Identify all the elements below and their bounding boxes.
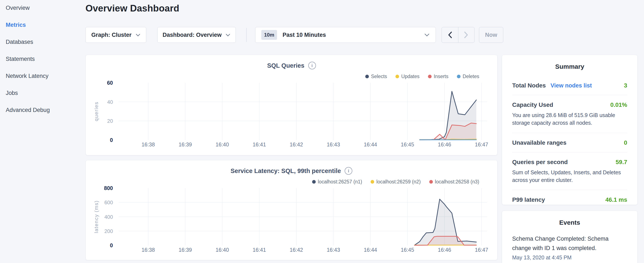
time-window-label: Past 10 Minutes xyxy=(282,32,424,38)
series-color-dot xyxy=(396,75,399,78)
svg-text:40: 40 xyxy=(107,99,113,105)
summary-row-value: 0 xyxy=(624,139,627,146)
sidebar-item-databases[interactable]: Databases xyxy=(6,39,82,45)
view-nodes-list-link[interactable]: View nodes list xyxy=(550,82,592,89)
chevron-down-icon xyxy=(225,34,230,37)
sidebar-item-overview[interactable]: Overview xyxy=(6,5,82,11)
legend-item: Updates xyxy=(396,74,420,79)
events-title: Events xyxy=(512,211,627,226)
summary-panel: Summary Total Nodes View nodes list 3 Ca… xyxy=(502,55,638,205)
sidebar-item-statements[interactable]: Statements xyxy=(6,56,82,62)
svg-text:16:41: 16:41 xyxy=(252,247,266,253)
time-step-back-button[interactable] xyxy=(442,27,458,43)
events-panel: Events Schema Change Completed: Schema c… xyxy=(502,211,638,263)
legend-item: localhost:26259 (n2) xyxy=(370,179,420,185)
series-color-dot xyxy=(428,75,432,78)
event-item-text[interactable]: Schema Change Completed: Schema change w… xyxy=(512,234,627,253)
svg-text:16:44: 16:44 xyxy=(364,247,377,253)
summary-row-label: Unavailable ranges xyxy=(512,139,566,146)
chart-title: SQL Queries xyxy=(267,62,304,69)
metrics-page: { "sidebar": { "items": [ { "label": "Ov… xyxy=(0,0,644,263)
svg-text:16:46: 16:46 xyxy=(438,247,451,253)
svg-text:16:39: 16:39 xyxy=(178,141,192,147)
svg-text:latency (ms): latency (ms) xyxy=(93,200,99,233)
summary-row-value: 3 xyxy=(624,82,627,89)
series-color-dot xyxy=(429,180,433,184)
svg-text:200: 200 xyxy=(104,228,113,234)
summary-row-label: P99 latency xyxy=(512,196,545,203)
info-icon[interactable]: i xyxy=(308,62,316,69)
svg-text:16:39: 16:39 xyxy=(178,247,192,253)
dashboard-select-dropdown[interactable]: Dashboard: Overview xyxy=(157,27,236,43)
summary-row-value: 46.1 ms xyxy=(605,196,627,203)
svg-text:16:43: 16:43 xyxy=(327,247,340,253)
svg-text:16:42: 16:42 xyxy=(290,141,303,147)
sql-queries-chart-card: SQL Queries i Selects Updates Inserts De… xyxy=(86,55,498,155)
svg-text:16:42: 16:42 xyxy=(290,247,303,253)
svg-text:800: 800 xyxy=(104,186,113,191)
service-latency-chart-card: Service Latency: SQL, 99th percentile i … xyxy=(86,160,498,260)
series-color-dot xyxy=(457,75,460,78)
legend-item: localhost:26257 (n1) xyxy=(312,179,362,185)
controls-row: Graph: Cluster Dashboard: Overview 10m P… xyxy=(86,27,498,43)
summary-title: Summary xyxy=(512,55,627,70)
svg-text:600: 600 xyxy=(104,200,113,205)
chart-legend: localhost:26257 (n1) localhost:26259 (n2… xyxy=(312,179,479,185)
chevron-down-icon xyxy=(136,34,140,37)
series-color-dot xyxy=(365,75,369,78)
chevron-down-icon xyxy=(424,33,430,37)
svg-text:0: 0 xyxy=(110,137,113,143)
page-title: Overview Dashboard xyxy=(86,3,498,14)
graph-select-label: Graph: Cluster xyxy=(91,32,132,38)
legend-item: Selects xyxy=(365,74,387,79)
event-item-timestamp: May 13, 2020 at 4:45 PM xyxy=(512,254,627,261)
summary-row-p99-latency: P99 latency 46.1 ms xyxy=(512,190,627,209)
svg-text:16:41: 16:41 xyxy=(252,141,266,147)
svg-text:16:38: 16:38 xyxy=(142,247,155,253)
legend-item: localhost:26258 (n3) xyxy=(429,179,479,185)
summary-row-description: Sum of Selects, Updates, Inserts, and De… xyxy=(512,168,627,184)
svg-text:16:40: 16:40 xyxy=(216,141,229,147)
svg-text:queries: queries xyxy=(93,102,99,121)
summary-row-total-nodes: Total Nodes View nodes list 3 xyxy=(512,76,627,95)
svg-text:0: 0 xyxy=(110,242,113,248)
summary-row-label: Capacity Used xyxy=(512,102,553,108)
summary-row-unavailable-ranges: Unavailable ranges 0 xyxy=(512,133,627,152)
graph-select-dropdown[interactable]: Graph: Cluster xyxy=(86,27,146,43)
time-step-buttons xyxy=(442,27,474,43)
summary-row-queries-per-second: Queries per second 59.7 Sum of Selects, … xyxy=(512,152,627,190)
chart-legend: Selects Updates Inserts Deletes xyxy=(365,74,479,79)
legend-item: Inserts xyxy=(428,74,448,79)
time-window-badge: 10m xyxy=(261,30,277,40)
svg-text:16:45: 16:45 xyxy=(401,247,414,253)
summary-row-label: Total Nodes xyxy=(512,82,546,89)
svg-text:16:38: 16:38 xyxy=(142,141,155,147)
now-button[interactable]: Now xyxy=(479,27,503,43)
sidebar: Overview Metrics Databases Statements Ne… xyxy=(6,5,82,124)
svg-text:16:43: 16:43 xyxy=(327,141,340,147)
sidebar-item-advanced-debug[interactable]: Advanced Debug xyxy=(6,107,82,113)
time-step-forward-button[interactable] xyxy=(458,27,474,43)
svg-text:16:47: 16:47 xyxy=(475,141,488,147)
svg-text:16:47: 16:47 xyxy=(475,247,488,253)
service-latency-plot[interactable]: 16:3816:3916:4016:4116:4216:4316:4416:45… xyxy=(86,186,498,261)
chart-title: Service Latency: SQL, 99th percentile xyxy=(231,167,341,174)
chevron-right-icon xyxy=(464,31,468,39)
series-color-dot xyxy=(370,180,374,184)
info-icon[interactable]: i xyxy=(345,167,352,175)
sidebar-item-jobs[interactable]: Jobs xyxy=(6,90,82,96)
controls-divider xyxy=(246,28,247,42)
sql-queries-plot[interactable]: 16:3816:3916:4016:4116:4216:4316:4416:45… xyxy=(86,80,498,156)
summary-row-capacity-used: Capacity Used 0.01% You are using 28.6 M… xyxy=(512,95,627,133)
summary-row-value: 0.01% xyxy=(610,102,627,108)
sidebar-item-metrics[interactable]: Metrics xyxy=(6,22,82,28)
legend-item: Deletes xyxy=(457,74,479,79)
svg-text:16:44: 16:44 xyxy=(364,141,377,147)
dashboard-select-label: Dashboard: Overview xyxy=(163,32,222,38)
svg-text:20: 20 xyxy=(107,118,113,124)
svg-text:60: 60 xyxy=(107,80,113,86)
svg-text:16:46: 16:46 xyxy=(438,141,451,147)
sidebar-item-network-latency[interactable]: Network Latency xyxy=(6,73,82,79)
svg-text:16:40: 16:40 xyxy=(216,247,229,253)
time-window-dropdown[interactable]: 10m Past 10 Minutes xyxy=(255,27,436,43)
